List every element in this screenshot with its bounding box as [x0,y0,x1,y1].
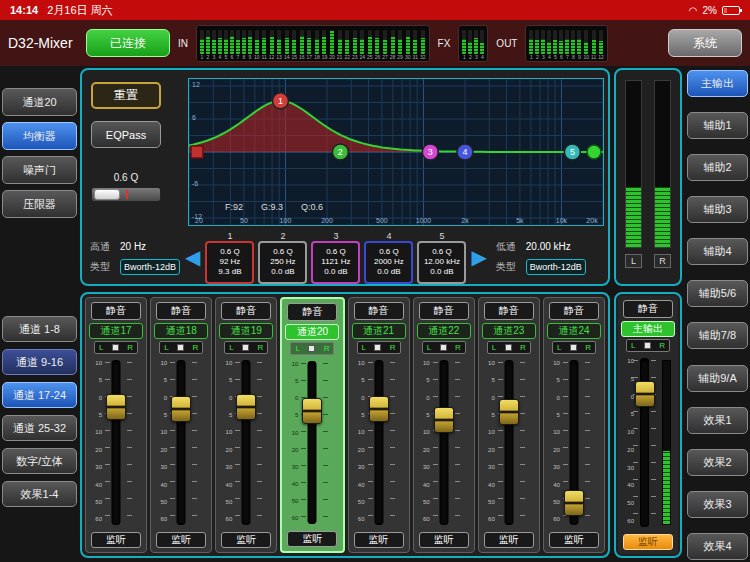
left-nav-top-item-1[interactable]: 通道20 [2,88,77,116]
left-nav-bottom-item-1[interactable]: 通道 1-8 [2,316,77,342]
listen-button[interactable]: 监听 [419,532,469,548]
fader-knob[interactable] [434,407,454,433]
pan-control[interactable]: LR [626,339,670,352]
left-nav-bottom-item-6[interactable]: 效果1-4 [2,481,77,507]
level-meter [212,30,216,54]
mute-button[interactable]: 静音 [221,302,271,320]
mute-button[interactable]: 静音 [549,302,599,320]
channel-strip[interactable]: 静音通道24LR10505102030405060监听 [543,297,605,553]
mute-button[interactable]: 静音 [156,302,206,320]
mute-button[interactable]: 静音 [287,303,337,321]
fader-scale-label: 40 [488,482,495,488]
fader-knob[interactable] [369,396,389,422]
system-button[interactable]: 系统 [668,29,742,57]
lowpass-marker[interactable] [587,145,601,159]
listen-button[interactable]: 监听 [354,532,404,548]
mute-button[interactable]: 静音 [419,302,469,320]
hp-value[interactable]: 20 Hz [120,241,180,252]
eq-band-button-4[interactable]: 0.6 Q2000 Hz0.0 dB [364,241,413,284]
fader-knob[interactable] [635,381,655,407]
pan-control[interactable]: LR [159,341,203,354]
band-next-arrow[interactable]: ▶ [471,247,486,267]
mute-button[interactable]: 静音 [484,302,534,320]
lowpass-block: 低通 20.00 kHz 类型 Bworth-12dB [492,240,586,275]
eq-band-button-2[interactable]: 0.6 Q250 Hz0.0 dB [258,241,307,284]
lp-value[interactable]: 20.00 kHz [526,241,586,252]
right-nav-item-2[interactable]: 辅助1 [687,112,748,139]
mute-button[interactable]: 静音 [354,302,404,320]
freq-tick-label: 50 [235,217,253,224]
left-nav-bottom-item-4[interactable]: 通道 25-32 [2,415,77,441]
right-nav-item-1[interactable]: 主输出 [687,70,748,97]
fader-knob[interactable] [499,399,519,425]
eqpass-button[interactable]: EQPass [91,121,161,148]
right-nav-item-7[interactable]: 辅助7/8 [687,322,748,349]
level-meter [559,30,563,54]
left-nav-top-item-3[interactable]: 噪声门 [2,156,77,184]
level-meter [421,30,425,54]
fader-tick-marks [520,362,525,521]
right-nav-item-3[interactable]: 辅助2 [687,154,748,181]
listen-button[interactable]: 监听 [287,531,337,547]
listen-button[interactable]: 监听 [156,532,206,548]
channel-strip[interactable]: 静音通道23LR10505102030405060监听 [478,297,540,553]
pan-control[interactable]: LR [552,341,596,354]
pan-control[interactable]: LR [290,342,334,355]
listen-button[interactable]: 监听 [91,532,141,548]
channel-strip[interactable]: 静音通道19LR10505102030405060监听 [215,297,277,553]
fader-knob[interactable] [106,394,126,420]
eq-graph[interactable]: 12345 F:92 G:9.3 Q:0.6 20501002005001000… [188,78,604,226]
right-nav-item-6[interactable]: 辅助5/6 [687,280,748,307]
left-nav-bottom-item-3[interactable]: 通道 17-24 [2,382,77,408]
pan-control[interactable]: LR [422,341,466,354]
listen-button[interactable]: 监听 [484,532,534,548]
channel-strip[interactable]: 静音通道18LR10505102030405060监听 [150,297,212,553]
channel-strip[interactable]: 静音通道17LR10505102030405060监听 [85,297,147,553]
q-slider[interactable] [91,187,161,202]
left-nav-top-item-2[interactable]: 均衡器 [2,122,77,150]
channel-strip[interactable]: 静音通道20LR10505102030405060监听 [280,297,344,553]
lp-type-select[interactable]: Bworth-12dB [526,259,586,275]
eq-band-button-1[interactable]: 0.6 Q92 Hz9.3 dB [205,241,254,284]
fader-knob[interactable] [564,490,584,516]
right-nav-item-5[interactable]: 辅助4 [687,238,748,265]
mute-button[interactable]: 静音 [623,300,673,318]
mute-button[interactable]: 静音 [91,302,141,320]
fader-scale-label: 0 [99,395,102,401]
fader-knob[interactable] [302,398,322,424]
hp-type-select[interactable]: Bworth-12dB [120,259,180,275]
right-nav-item-11[interactable]: 效果3 [687,491,748,518]
fader-scale-label: 5 [426,377,429,383]
q-slider-handle[interactable] [94,189,120,200]
right-nav-item-9[interactable]: 效果1 [687,407,748,434]
eq-reset-button[interactable]: 重置 [91,82,161,109]
fader-knob[interactable] [171,396,191,422]
highpass-marker[interactable] [191,146,203,158]
listen-button[interactable]: 监听 [623,534,673,550]
right-nav-item-12[interactable]: 效果4 [687,533,748,560]
listen-button[interactable]: 监听 [549,532,599,548]
eq-band-marker-label: 2 [338,147,343,157]
listen-button[interactable]: 监听 [221,532,271,548]
right-nav-item-4[interactable]: 辅助3 [687,196,748,223]
level-meter [480,30,484,54]
left-nav-bottom-item-2[interactable]: 通道 9-16 [2,349,77,375]
pan-control[interactable]: LR [487,341,531,354]
band-prev-arrow[interactable]: ◀ [185,247,200,267]
connect-button[interactable]: 已连接 [86,29,170,57]
eq-band-button-5[interactable]: 0.6 Q12.00 kHz0.0 dB [417,241,466,284]
right-nav-item-10[interactable]: 效果2 [687,449,748,476]
pan-control[interactable]: LR [357,341,401,354]
fx-meter-bridge: 1234 [458,25,488,62]
eq-band-button-3[interactable]: 0.6 Q1121 Hz0.0 dB [311,241,360,284]
channel-strip[interactable]: 静音通道21LR10505102030405060监听 [348,297,410,553]
pan-control[interactable]: LR [224,341,268,354]
fader-knob[interactable] [236,394,256,420]
main-output-strip[interactable]: 静音主输出LR10505102030405060监听 [618,296,678,554]
left-nav-top-item-4[interactable]: 压限器 [2,190,77,218]
left-nav-bottom-item-5[interactable]: 数字/立体 [2,448,77,474]
right-nav-item-8[interactable]: 辅助9/A [687,365,748,392]
channel-strip[interactable]: 静音通道22LR10505102030405060监听 [413,297,475,553]
meter-fill [242,38,246,53]
pan-control[interactable]: LR [94,341,138,354]
